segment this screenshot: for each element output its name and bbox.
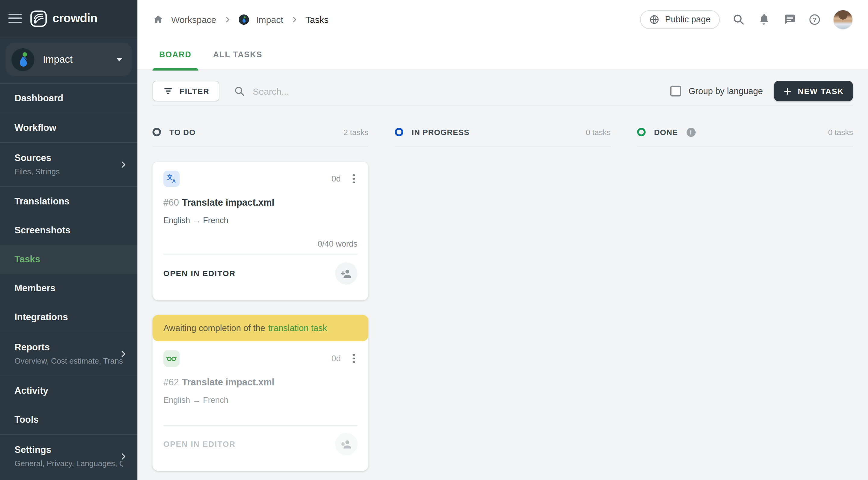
- divider: [637, 147, 853, 147]
- breadcrumb-project[interactable]: Impact: [256, 14, 283, 24]
- chevron-right-icon: [224, 16, 231, 23]
- card-menu-kebab-icon[interactable]: [350, 171, 358, 187]
- column-todo: TO DO 2 tasks A: [153, 106, 368, 480]
- breadcrumb-workspace[interactable]: Workspace: [171, 14, 216, 24]
- tab-all-tasks[interactable]: ALL TASKS: [207, 38, 269, 70]
- project-selector[interactable]: Impact: [5, 43, 132, 76]
- home-icon[interactable]: [153, 13, 164, 25]
- public-page-button[interactable]: Public page: [640, 10, 720, 29]
- messages-icon[interactable]: [782, 13, 796, 26]
- search-icon: [234, 85, 246, 97]
- sidebar-item-tasks[interactable]: Tasks: [0, 245, 137, 274]
- chevron-right-icon: [290, 16, 299, 23]
- plus-icon: [783, 87, 792, 96]
- language-pair: English→French: [163, 396, 358, 404]
- translation-task-link[interactable]: translation task: [268, 323, 327, 333]
- sidebar: crowdin Impact Dashboard Workflow: [0, 0, 137, 480]
- board-content: FILTER Group by language NEW TASK: [137, 70, 868, 480]
- main-area: Workspace Impact Tasks: [137, 0, 868, 480]
- todo-status-icon: [153, 128, 161, 136]
- column-in-progress: IN PROGRESS 0 tasks: [395, 106, 611, 480]
- sidebar-item-dashboard[interactable]: Dashboard: [0, 84, 137, 113]
- task-card-62[interactable]: Awaiting completion of the translation t…: [153, 315, 368, 471]
- column-todo-header: TO DO 2 tasks: [153, 125, 368, 139]
- due-badge: 0d: [332, 171, 341, 187]
- sidebar-item-activity[interactable]: Activity: [0, 376, 137, 405]
- word-count: 0/40 words: [163, 239, 358, 248]
- project-avatar: [11, 48, 34, 71]
- divider: [153, 147, 368, 147]
- globe-icon: [649, 14, 659, 24]
- arrow-right-icon: →: [190, 396, 203, 404]
- tab-board[interactable]: BOARD: [153, 38, 198, 70]
- breadcrumb-current: Tasks: [306, 14, 329, 24]
- sidebar-item-workflow[interactable]: Workflow: [0, 113, 137, 142]
- task-title[interactable]: #62Translate impact.xml: [163, 377, 358, 388]
- logo-text: crowdin: [53, 11, 97, 25]
- task-title[interactable]: #60Translate impact.xml: [163, 197, 358, 208]
- help-icon[interactable]: ?: [808, 13, 821, 26]
- column-done-count: 0 tasks: [828, 127, 853, 137]
- sidebar-item-settings[interactable]: Settings General, Privacy, Languages, Q…: [0, 435, 137, 478]
- search-input[interactable]: [253, 86, 434, 96]
- kanban-board: TO DO 2 tasks A: [137, 106, 868, 480]
- info-icon[interactable]: i: [686, 127, 695, 137]
- search-field: [234, 85, 434, 97]
- public-page-label: Public page: [665, 14, 711, 24]
- in-progress-status-icon: [395, 128, 403, 136]
- crowdin-logo[interactable]: crowdin: [30, 9, 97, 27]
- card-menu-kebab-icon[interactable]: [350, 350, 358, 367]
- column-done-header: DONE i 0 tasks: [637, 125, 853, 139]
- task-card-60[interactable]: A 0d #60Translate impact.xml English→Fr: [153, 161, 368, 300]
- chevron-right-icon: [119, 160, 128, 169]
- chevron-right-icon: [119, 452, 128, 461]
- assign-user-button[interactable]: [335, 433, 358, 455]
- done-status-icon: [637, 128, 646, 136]
- toolbar: FILTER Group by language NEW TASK: [153, 70, 853, 106]
- assign-user-button[interactable]: [335, 262, 358, 284]
- breadcrumb-project-avatar: [239, 14, 249, 24]
- due-badge: 0d: [332, 350, 341, 367]
- sidebar-item-sources[interactable]: Sources Files, Strings: [0, 143, 137, 186]
- sidebar-item-tools[interactable]: Tools: [0, 405, 137, 434]
- language-pair: English→French: [163, 216, 358, 225]
- notifications-bell-icon[interactable]: [757, 13, 770, 26]
- awaiting-banner: Awaiting completion of the translation t…: [153, 315, 368, 341]
- search-icon[interactable]: [732, 13, 745, 26]
- open-in-editor-button[interactable]: OPEN IN EDITOR: [163, 439, 236, 448]
- open-in-editor-button[interactable]: OPEN IN EDITOR: [163, 269, 236, 278]
- task-id: #62: [163, 377, 179, 387]
- caret-down-icon: [116, 58, 122, 61]
- proofread-task-icon: [163, 350, 180, 367]
- sidebar-item-members[interactable]: Members: [0, 274, 137, 303]
- sidebar-nav: Dashboard Workflow Sources Files, String…: [0, 83, 137, 478]
- filter-icon: [163, 86, 174, 96]
- user-avatar[interactable]: [833, 9, 853, 29]
- arrow-right-icon: →: [190, 216, 203, 225]
- person-plus-icon: [340, 267, 352, 279]
- crowdin-logo-icon: [30, 9, 48, 27]
- divider: [395, 147, 611, 147]
- sidebar-item-screenshots[interactable]: Screenshots: [0, 216, 137, 245]
- column-in-progress-header: IN PROGRESS 0 tasks: [395, 125, 611, 139]
- sidebar-item-integrations[interactable]: Integrations: [0, 303, 137, 332]
- chevron-right-icon: [119, 350, 128, 359]
- new-task-button[interactable]: NEW TASK: [774, 81, 853, 101]
- person-plus-icon: [340, 438, 352, 450]
- column-todo-count: 2 tasks: [344, 127, 368, 137]
- group-by-language-checkbox[interactable]: [671, 86, 681, 96]
- column-in-progress-count: 0 tasks: [586, 127, 611, 137]
- task-id: #60: [163, 197, 179, 207]
- sidebar-item-reports[interactable]: Reports Overview, Cost estimate, Transl…: [0, 332, 137, 376]
- header-actions: Public page ?: [640, 9, 853, 29]
- tabs: BOARD ALL TASKS: [153, 38, 853, 70]
- top-header: Workspace Impact Tasks: [137, 0, 868, 70]
- filter-button[interactable]: FILTER: [153, 81, 220, 101]
- crowdin-app: crowdin Impact Dashboard Workflow: [0, 0, 868, 480]
- translate-task-icon: A: [163, 171, 180, 187]
- group-by-language-label: Group by language: [689, 86, 763, 96]
- column-done: DONE i 0 tasks: [637, 106, 853, 480]
- sidebar-item-translations[interactable]: Translations: [0, 187, 137, 216]
- hamburger-menu-icon[interactable]: [8, 14, 22, 23]
- svg-text:A: A: [172, 179, 176, 184]
